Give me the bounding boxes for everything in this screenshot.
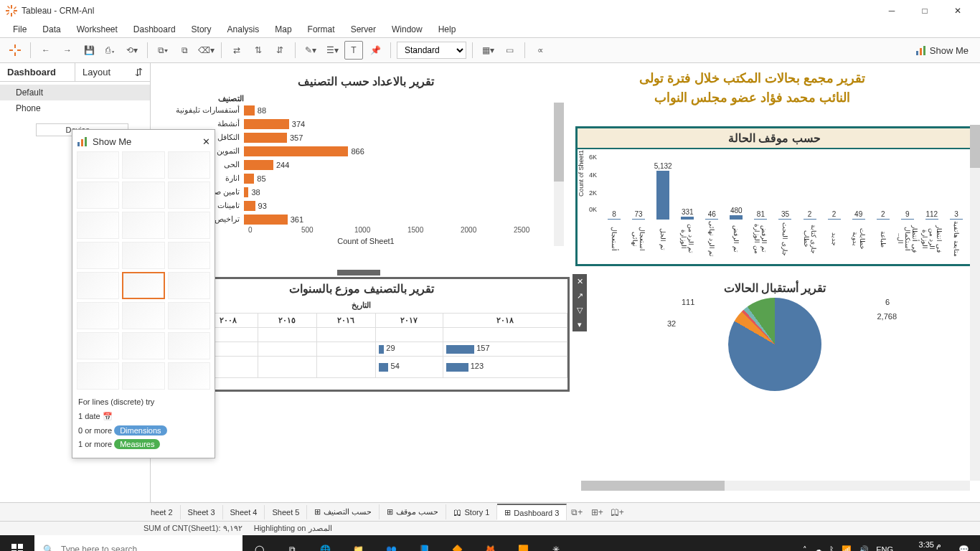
tray-bluetooth-icon[interactable]: ᛒ	[829, 545, 834, 551]
new-worksheet-icon[interactable]: ⧉▾	[154, 41, 172, 60]
text-label-icon[interactable]: T	[344, 41, 363, 60]
tab-classify[interactable]: ⊞ حسب التصنيف	[307, 504, 380, 519]
cortana-icon[interactable]: ◯	[242, 535, 275, 551]
share-icon[interactable]: ∝	[531, 41, 550, 60]
menu-file[interactable]: File	[6, 23, 34, 36]
menu-server[interactable]: Server	[344, 23, 383, 36]
redo-icon[interactable]: →	[58, 41, 77, 60]
notification-icon[interactable]: 💬	[947, 535, 980, 551]
reception-pie-chart[interactable]: تقرير أستقبال الحالات 2,768 111 32 6	[581, 278, 969, 400]
windows-start-button[interactable]	[0, 535, 34, 551]
viz-side-bar[interactable]	[168, 212, 210, 239]
swap-icon[interactable]: ⇄	[227, 41, 246, 60]
viz-dual-line[interactable]	[168, 272, 210, 299]
zone-drag-handle[interactable]	[337, 270, 380, 276]
viz-packed-bubble[interactable]	[168, 362, 210, 390]
viz-treemap[interactable]	[77, 242, 119, 269]
show-me-button[interactable]: Show Me	[910, 42, 974, 59]
viz-dual-combo[interactable]	[168, 302, 210, 329]
fit-dropdown[interactable]: Standard	[397, 42, 466, 59]
viz-area-cont[interactable]	[77, 302, 119, 329]
viz-side-circle[interactable]	[168, 242, 210, 269]
menu-worksheet[interactable]: Worksheet	[70, 23, 125, 36]
new-worksheet-tab-icon[interactable]: ⧉+	[567, 507, 587, 517]
viz-heat-map[interactable]	[122, 151, 164, 179]
menu-map[interactable]: Map	[268, 23, 298, 36]
tableau-taskbar-icon[interactable]: ✳	[540, 535, 573, 551]
tab-story1[interactable]: 🕮 Story 1	[446, 505, 497, 519]
viz-histogram[interactable]	[122, 332, 164, 359]
word-icon[interactable]: 📘	[407, 535, 440, 551]
sidebar-tab-dashboard[interactable]: Dashboard	[0, 63, 75, 81]
vlc-icon[interactable]: 🔶	[440, 535, 473, 551]
viz-area-discrete[interactable]	[122, 302, 164, 329]
tray-cloud-icon[interactable]: ☁	[814, 545, 822, 552]
viz-text-table[interactable]	[77, 151, 119, 179]
viz-stacked-bar[interactable]	[122, 212, 164, 239]
new-data-icon[interactable]: ⎙▾	[101, 41, 120, 60]
explorer-icon[interactable]: 📁	[341, 535, 374, 551]
xampp-icon[interactable]: 🟧	[507, 535, 540, 551]
highlight-icon[interactable]: ✎▾	[301, 41, 320, 60]
viz-scatter[interactable]	[77, 332, 119, 359]
tab-status[interactable]: ⊞ حسب موقف	[380, 504, 446, 519]
refresh-data-icon[interactable]: ⟲▾	[123, 41, 141, 60]
save-icon[interactable]: 💾	[80, 41, 98, 60]
sidebar-tab-layout[interactable]: Layout⇵	[75, 63, 150, 81]
viz-highlight-table[interactable]	[168, 151, 210, 179]
system-tray[interactable]: ˄ ☁ ᛒ 📶 🔊 ENG	[796, 545, 900, 552]
device-phone[interactable]: Phone	[0, 100, 150, 116]
canvas-vscrollbar[interactable]	[970, 125, 980, 481]
sort-desc-icon[interactable]: ⇵	[270, 41, 289, 60]
tray-chevron-icon[interactable]: ˄	[803, 545, 807, 552]
viz-pie[interactable]	[168, 182, 210, 209]
teams-icon[interactable]: 👥	[374, 535, 407, 551]
firefox-icon[interactable]: 🦊	[473, 535, 507, 551]
menu-window[interactable]: Window	[385, 23, 430, 36]
viz-bullet[interactable]	[122, 362, 164, 390]
presentation-icon[interactable]: ▭	[500, 41, 519, 60]
clear-icon[interactable]: ⌫▾	[197, 41, 215, 60]
show-cards-icon[interactable]: ▦▾	[479, 41, 497, 60]
tab-sheet5[interactable]: Sheet 5	[265, 505, 307, 519]
classification-bar-chart[interactable]: تقرير بالاعداد حسب التصنيف التصنيف أستفس…	[165, 72, 567, 265]
group-icon[interactable]: ☰▾	[323, 41, 341, 60]
new-story-tab-icon[interactable]: 🕮+	[607, 507, 627, 517]
viz-hbar[interactable]	[77, 212, 119, 239]
undo-icon[interactable]: ←	[37, 41, 55, 60]
edge-icon[interactable]: 🌐	[308, 535, 341, 551]
canvas-hscrollbar[interactable]	[581, 481, 970, 491]
window-close-button[interactable]: ✕	[941, 0, 974, 22]
window-maximize-button[interactable]: □	[908, 0, 941, 22]
menu-dashboard[interactable]: Dashboard	[126, 23, 183, 36]
tab-dashboard3[interactable]: ⊞ Dashboard 3	[497, 504, 567, 520]
taskbar-clock[interactable]: 3:35 م 2021/3/17	[900, 540, 947, 551]
menu-analysis[interactable]: Analysis	[220, 23, 267, 36]
status-bar-chart[interactable]: حسب موقف الحالة Count of Sheet1 6K 4K 2K…	[575, 126, 974, 266]
viz-box-plot[interactable]	[168, 332, 210, 359]
viz-symbol-map[interactable]	[77, 182, 119, 209]
menu-story[interactable]: Story	[184, 23, 219, 36]
task-view-icon[interactable]: ⧉	[275, 535, 308, 551]
viz-filled-map[interactable]	[122, 182, 164, 209]
pin-icon[interactable]: 📌	[366, 41, 385, 60]
tray-volume-icon[interactable]: 🔊	[859, 545, 869, 552]
tray-lang[interactable]: ENG	[876, 545, 893, 551]
duplicate-icon[interactable]: ⧉	[175, 41, 194, 60]
tab-sheet4[interactable]: Sheet 4	[223, 505, 265, 519]
menu-format[interactable]: Format	[301, 23, 342, 36]
windows-search-box[interactable]: 🔍 Type here to search	[34, 535, 242, 551]
years-distribution-chart[interactable]: تقرير بالتصنيف موزع بالسنوات التاريخ الت…	[154, 277, 570, 392]
sort-asc-icon[interactable]: ⇅	[249, 41, 268, 60]
window-minimize-button[interactable]: ─	[875, 0, 908, 22]
tab-sheet2[interactable]: heet 2	[143, 505, 181, 519]
tray-wifi-icon[interactable]: 📶	[842, 545, 852, 552]
viz-gantt[interactable]	[77, 362, 119, 390]
new-dashboard-tab-icon[interactable]: ⊞+	[587, 507, 607, 517]
device-default[interactable]: Default	[0, 85, 150, 100]
viz-line-cont[interactable]	[77, 272, 119, 299]
tableau-home-icon[interactable]	[6, 41, 24, 60]
classify-scrollbar[interactable]	[554, 103, 564, 246]
viz-circle-view[interactable]	[122, 242, 164, 269]
tab-sheet3[interactable]: Sheet 3	[181, 505, 223, 519]
